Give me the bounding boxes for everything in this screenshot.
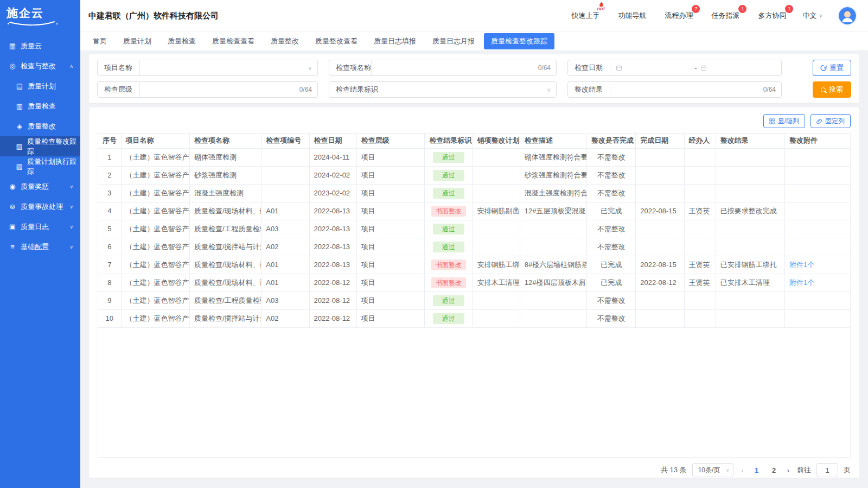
table-cell: 书面整改 [425,202,473,220]
table-cell: 不需整改 [587,220,636,238]
result-flag-badge: 通过 [433,152,464,163]
table-cell [716,184,784,202]
sidebar-item-label: 质量整改 [28,122,56,131]
sidebar-item[interactable]: ◉质量奖惩∨ [0,176,80,197]
goto-page-input[interactable] [816,463,838,477]
top-nav-item[interactable]: 功能导航 [618,11,646,21]
topbar: 中建君联（广州）软件科技有限公司 快速上手HOT功能导航流程办理7任务指派1多方… [80,0,868,31]
table-cell: A01 [261,256,309,274]
user-avatar[interactable] [839,7,856,24]
column-header: 经办人 [684,134,716,148]
table-cell: 混凝土强度检测符合... [520,184,586,202]
reset-button[interactable]: 重置 [813,60,851,76]
prev-page-button[interactable]: ‹ [739,466,745,474]
sidebar-item[interactable]: ▨质量检查整改跟踪 [0,136,80,156]
tab[interactable]: 质量计划 [116,33,158,49]
sidebar-item[interactable]: ◎检查与整改∧ [0,56,80,76]
sidebar-item[interactable]: ▣质量日志∨ [0,217,80,237]
table-row[interactable]: 5（土建）蓝色智谷产...质量检查/工程质量检验A032022-08-13项目通… [98,220,850,238]
sidebar-item[interactable]: ⊚质量事故处理∨ [0,197,80,217]
table-cell: 项目 [356,274,424,291]
table-cell: （土建）蓝色智谷产... [121,291,189,309]
table-cell [473,238,520,256]
sidebar-item[interactable]: ◈质量整改 [0,116,80,136]
goto-label: 前往 [797,465,811,475]
table-cell [716,166,784,184]
language-selector[interactable]: 中文 ∨ [802,11,822,21]
sidebar-item[interactable]: ≡基础配置∨ [0,237,80,257]
table-actions: 显/隐列 固定列 [98,114,851,128]
table-cell: 2022-08-12 [309,274,356,291]
check-result-flag-select[interactable]: 检查结果标识 ∨ [329,81,557,98]
sidebar-item-label: 质量奖惩 [21,182,49,192]
next-page-button[interactable]: › [785,466,792,474]
table-row[interactable]: 7（土建）蓝色智谷产...质量检查/现场材料、设...A012022-08-13… [98,256,850,274]
check-level-input[interactable]: 检查层级 0/64 [97,81,318,98]
attachment-link[interactable]: 附件1个 [789,261,814,269]
tab[interactable]: 首页 [86,33,114,49]
sidebar-item-label: 检查与整改 [21,61,56,71]
table-cell [636,148,684,166]
table-cell [520,220,586,238]
table-cell [520,309,586,327]
page-number[interactable]: 2 [769,466,780,474]
attachment-link[interactable]: 附件1个 [789,278,814,287]
table-row[interactable]: 6（土建）蓝色智谷产...质量检查/搅拌站与计量...A022022-08-13… [98,238,850,256]
tab[interactable]: 质量检查查看 [205,33,261,49]
reset-label: 重置 [829,63,844,73]
table-row[interactable]: 8（土建）蓝色智谷产...质量检查/现场材料、设...A012022-08-12… [98,274,850,291]
table-cell: 已完成 [587,202,636,220]
rectify-result-input[interactable]: 整改结果 0/64 [567,81,782,98]
search-button[interactable]: 搜索 [813,81,851,98]
table-cell: 质量检查/工程质量检验 [189,220,261,238]
table-cell: 书面整改 [425,274,473,291]
tab[interactable]: 质量检查 [161,33,203,49]
top-nav-item[interactable]: 快速上手HOT [571,11,599,21]
column-header: 整改结果 [716,134,784,148]
table-row[interactable]: 1（土建）蓝色智谷产...砌体强度检测2024-04-11项目通过砌体强度检测符… [98,148,850,166]
sidebar-item[interactable]: ▧质量计划执行跟踪 [0,156,80,176]
fixed-columns-button[interactable]: 固定列 [810,114,851,128]
top-nav-item[interactable]: 流程办理7 [665,11,693,21]
tab[interactable]: 质量整改查看 [308,33,365,49]
column-header: 序号 [98,134,121,148]
table-cell: 混凝土强度检测 [189,184,261,202]
search-label: 搜索 [829,85,843,94]
check-item-name-input[interactable]: 检查项名称 0/64 [329,60,557,76]
sidebar-item[interactable]: ▥质量检查 [0,96,80,116]
table-row[interactable]: 10（土建）蓝色智谷产...质量检查/搅拌站与计量...A022022-08-1… [98,309,850,327]
page-number[interactable]: 1 [751,466,762,474]
result-flag-badge: 通过 [433,313,464,324]
calendar-icon [700,65,707,71]
page-size-select[interactable]: 10条/页 ∨ [692,463,734,477]
table-cell: 项目 [356,202,424,220]
table-row[interactable]: 3（土建）蓝色智谷产...混凝土强度检测2023-02-02项目通过混凝土强度检… [98,184,850,202]
column-header: 检查项名称 [189,134,261,148]
check-date-range-picker[interactable]: 检查日期 - [567,60,782,76]
project-name-select[interactable]: 项目名称 ∨ [97,60,318,76]
table-cell: 2023-02-02 [309,184,356,202]
table-cell: 通过 [425,220,473,238]
tab[interactable]: 质量日志填报 [367,33,423,49]
tab[interactable]: 质量日志月报 [425,33,482,49]
table-cell [684,220,716,238]
date-end-input[interactable] [700,65,776,71]
top-nav-item[interactable]: 多方协同1 [758,11,786,21]
column-header: 完成日期 [636,134,684,148]
show-hide-columns-button[interactable]: 显/隐列 [763,114,805,128]
table-row[interactable]: 9（土建）蓝色智谷产...质量检查/工程质量检验A032022-08-12项目通… [98,291,850,309]
table-cell [785,148,850,166]
table-cell: 7 [98,256,121,274]
table-cell: 王贤英 [684,202,716,220]
table-cell: 王贤英 [684,274,716,291]
table-cell [261,148,309,166]
table-row[interactable]: 4（土建）蓝色智谷产...质量检查/现场材料、设...A012022-08-13… [98,202,850,220]
table-cell: 9 [98,291,121,309]
sidebar-item[interactable]: ▦质量云 [0,36,80,56]
date-start-input[interactable] [616,65,691,71]
tab[interactable]: 质量整改 [264,33,306,49]
table-row[interactable]: 2（土建）蓝色智谷产...砂浆强度检测2024-02-02项目通过砂浆强度检测符… [98,166,850,184]
top-nav-item[interactable]: 任务指派1 [711,11,739,21]
sidebar-item[interactable]: ▤质量计划 [0,76,80,96]
tab[interactable]: 质量检查整改跟踪 [484,33,554,49]
